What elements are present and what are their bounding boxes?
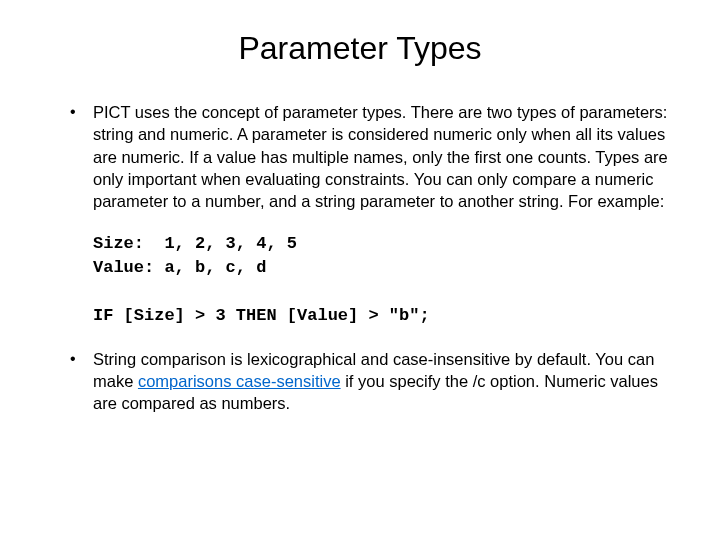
bullet-intro: PICT uses the concept of parameter types… xyxy=(65,101,670,212)
code-example: Size: 1, 2, 3, 4, 5 Value: a, b, c, d IF… xyxy=(93,232,670,327)
bullet-comparison: String comparison is lexicographical and… xyxy=(65,348,670,415)
code-line-1: Size: 1, 2, 3, 4, 5 xyxy=(93,234,297,253)
slide-title: Parameter Types xyxy=(50,30,670,67)
case-sensitive-link[interactable]: comparisons case-sensitive xyxy=(138,372,341,390)
slide-content: PICT uses the concept of parameter types… xyxy=(50,101,670,414)
code-line-3: IF [Size] > 3 THEN [Value] > "b"; xyxy=(93,306,430,325)
code-line-2: Value: a, b, c, d xyxy=(93,258,266,277)
